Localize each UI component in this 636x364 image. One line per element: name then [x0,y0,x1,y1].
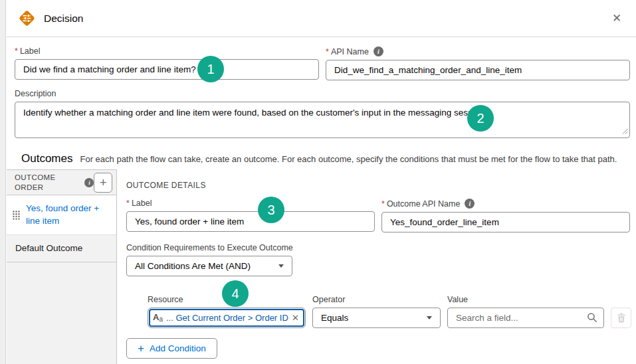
add-condition-label: Add Condition [150,343,206,353]
outcome-label-input[interactable] [126,211,375,232]
info-icon[interactable]: i [84,178,94,187]
resource-pill[interactable]: Aa ... Get Current Order > Order ID ✕ [149,309,304,327]
plus-icon: + [138,343,144,354]
annotation-badge-4: 4 [222,280,249,307]
condition-requirements-select[interactable]: All Conditions Are Met (AND) [126,256,292,276]
resize-handle-icon[interactable] [622,125,628,137]
decision-icon [17,8,37,29]
operator-label: Operator [312,295,441,304]
outcome-api-name-field-label: * Outcome API Name i [381,199,630,209]
value-label: Value [447,295,604,304]
required-marker: * [126,199,130,208]
add-condition-button[interactable]: + Add Condition [126,338,217,359]
remove-resource-icon[interactable]: ✕ [292,314,299,322]
chevron-down-icon [427,316,432,319]
outcome-order-header: OUTCOME ORDER i + [7,170,116,195]
close-icon[interactable]: ✕ [609,11,624,26]
outcome-item-label: Yes, found order + line item [26,203,110,228]
outcome-api-name-input[interactable] [381,212,630,232]
drag-handle-icon[interactable] [13,211,20,220]
outcomes-description: For each path the flow can take, create … [80,154,617,164]
condition-requirements-value: All Conditions Are Met (AND) [135,261,251,271]
outcome-list-item-selected[interactable]: Yes, found order + line item [7,195,116,235]
outcome-details-heading: OUTCOME DETAILS [126,181,630,190]
outcomes-heading: Outcomes [21,152,72,165]
api-name-input[interactable] [326,60,630,80]
annotation-badge-2: 2 [467,105,494,132]
text-type-icon: Aa [153,313,163,323]
search-icon[interactable] [587,312,597,325]
outcomes-section: OUTCOME ORDER i + [7,169,636,364]
required-marker: * [15,46,18,56]
operator-value: Equals [321,313,348,323]
description-field-label: Description [15,89,630,98]
outcome-order-title: OUTCOME ORDER [15,173,80,192]
resource-value: ... Get Current Order > Order ID [166,313,288,323]
condition-row: Resource Aa ... Get Current Order > Orde… [148,295,630,328]
outcome-label-field-label: * Label [126,199,375,208]
delete-condition-button[interactable] [611,308,631,328]
annotation-badge-3: 3 [258,197,284,223]
outcome-details: OUTCOME DETAILS * Label * Outcome API Na… [117,169,636,364]
api-name-field-label: * API Name i [326,46,630,56]
label-field-label: * Label [15,46,319,56]
description-textarea[interactable]: Identify whether a matching order and li… [15,102,630,138]
annotation-badge-1: 1 [197,56,224,82]
decision-config-panel: Decision ✕ * Label * API Name i [0,0,636,364]
info-icon[interactable]: i [373,46,383,56]
condition-requirements-label: Condition Requirements to Execute Outcom… [126,243,630,252]
operator-select[interactable]: Equals [312,308,441,328]
required-marker: * [381,199,385,209]
required-marker: * [326,47,329,56]
page-title: Decision [44,13,83,25]
add-outcome-button[interactable]: + [94,173,112,193]
panel-header: Decision ✕ [7,0,636,37]
decision-panel: Decision ✕ * Label * API Name i [7,0,636,364]
decision-form: * Label * API Name i Description [7,37,636,165]
outcome-list-item-default[interactable]: Default Outcome [7,235,116,262]
label-input[interactable] [15,59,319,80]
trash-icon [617,313,626,323]
outcome-order-sidebar: OUTCOME ORDER i + [7,169,117,364]
outcome-item-label: Default Outcome [15,242,82,255]
canvas-edge [0,0,6,364]
value-search-input[interactable] [447,308,604,328]
chevron-down-icon [278,264,284,268]
info-icon[interactable]: i [465,199,475,209]
resource-combobox[interactable]: Aa ... Get Current Order > Order ID ✕ [148,308,306,328]
